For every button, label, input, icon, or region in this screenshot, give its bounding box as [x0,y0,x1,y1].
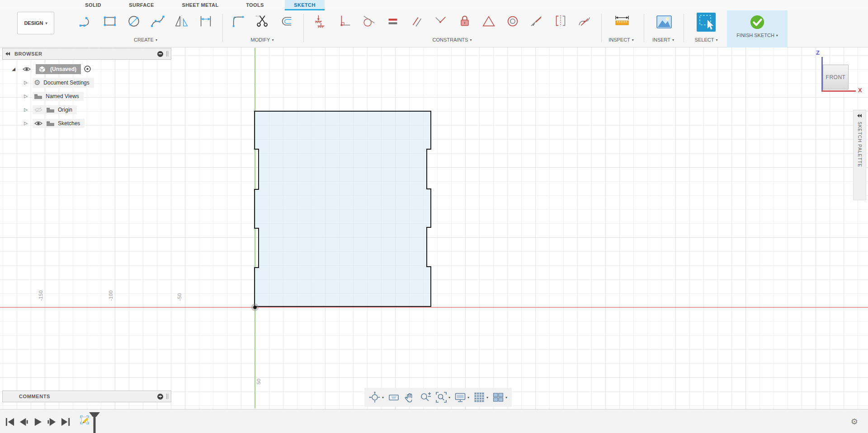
tangent-constraint-button[interactable] [361,13,377,29]
document-name: (Unsaved) [50,66,76,72]
circle-icon [126,14,142,29]
collapse-all-icon[interactable] [157,51,163,57]
line-tool-button[interactable] [78,13,94,29]
section-divider [601,14,602,42]
tab-sketch[interactable]: SKETCH [285,0,325,10]
modify-section-label[interactable]: MODIFY▾ [244,36,280,43]
finish-sketch-button[interactable] [750,14,765,30]
symmetry-constraint-button[interactable] [552,13,569,29]
spline-tool-button[interactable] [150,13,166,29]
fit-button[interactable]: ▾ [435,391,450,403]
browser-item-sketches[interactable]: ▷ Sketches [2,117,171,130]
pan-button[interactable] [404,391,415,403]
collinear-constraint-button[interactable] [528,13,545,29]
visibility-eye-off-icon[interactable] [34,107,43,113]
rectangle-tool-button[interactable] [102,13,118,29]
grid-icon [473,391,485,403]
step-back-button[interactable] [19,417,29,427]
browser-root-row[interactable]: ◢ (Unsaved) [2,62,171,75]
expand-arrow-icon[interactable]: ▷ [23,94,29,99]
curvature-icon [577,14,592,29]
insert-image-button[interactable] [654,12,674,32]
dropdown-caret: ▾ [46,21,47,25]
grid-settings-button[interactable]: ▾ [473,391,488,403]
fix-constraint-button[interactable] [457,13,473,29]
browser-item-origin[interactable]: ▷ Origin [2,103,171,116]
folder-icon [46,107,55,113]
play-button[interactable] [33,417,43,427]
parallel-constraint-button[interactable] [409,13,425,29]
tab-solid[interactable]: SOLID [82,0,104,10]
orbit-icon [369,391,381,403]
viewports-button[interactable]: ▾ [492,391,507,403]
go-to-end-button[interactable] [61,417,71,427]
line-icon [78,14,94,29]
sketch-palette-tab[interactable]: SKETCH PALETTE [853,110,866,200]
view-cube[interactable]: FRONT Z X [814,49,867,97]
go-to-start-button[interactable] [5,417,15,427]
dropdown-caret: ▾ [272,38,274,42]
document-root-item[interactable]: (Unsaved) [36,64,81,74]
zoom-button[interactable] [420,391,431,403]
constraints-tool-group [313,13,593,29]
folder-icon [46,120,55,127]
perpendicular-icon [337,14,353,29]
insert-section-label[interactable]: INSERT▾ [645,36,681,43]
mirror-tool-button[interactable] [174,13,190,29]
midpoint-constraint-button[interactable] [481,13,497,29]
trim-tool-button[interactable] [255,13,271,29]
ribbon: DESIGN ▾ [0,10,868,47]
expand-arrow-icon[interactable]: ▷ [23,107,29,112]
browser-item-label: Named Views [46,93,79,99]
coincident-constraint-button[interactable] [433,13,449,29]
finish-sketch-label-row[interactable]: FINISH SKETCH ▾ [736,32,778,39]
look-at-button[interactable] [388,391,400,403]
sketch-dimension-tool-button[interactable] [198,13,214,29]
tab-surface[interactable]: SURFACE [128,0,155,10]
offset-tool-button[interactable] [278,13,295,29]
circle-tool-button[interactable] [126,13,142,29]
inspect-section-label[interactable]: INSPECT▾ [603,36,639,43]
visibility-eye-icon[interactable] [22,66,31,72]
timeline-playback-controls [5,417,71,427]
comments-panel-header[interactable]: COMMENTS [2,391,171,402]
concentric-constraint-button[interactable] [505,13,521,29]
step-forward-button[interactable] [47,417,57,427]
fillet-tool-button[interactable] [231,13,247,29]
timeline-position-marker[interactable] [89,412,100,433]
orbit-button[interactable]: ▾ [369,391,384,403]
perpendicular-constraint-button[interactable] [337,13,353,29]
expand-panel-icon[interactable] [857,113,863,118]
create-section-label[interactable]: CREATE▾ [127,36,164,43]
curvature-constraint-button[interactable] [576,13,593,29]
panel-drag-handle[interactable] [166,394,168,399]
select-section-label[interactable]: SELECT▾ [688,36,724,43]
tab-sheet-metal[interactable]: SHEET METAL [180,0,221,10]
activate-component-icon[interactable] [84,65,91,73]
expand-arrow-icon[interactable]: ▷ [23,80,29,85]
visibility-eye-icon[interactable] [34,120,43,127]
add-comment-icon[interactable] [157,394,163,400]
constraints-section-label[interactable]: CONSTRAINTS▾ [429,36,476,43]
display-settings-button[interactable]: ▾ [454,391,469,403]
viewcube-front-face[interactable]: FRONT [823,65,849,89]
workspace-switcher-button[interactable]: DESIGN ▾ [17,12,54,34]
tangent-icon [361,14,377,29]
panel-drag-handle[interactable] [166,51,168,56]
equal-constraint-button[interactable] [385,13,401,29]
horizontal-vertical-constraint-button[interactable] [313,13,329,29]
browser-item-document-settings[interactable]: ▷ ⚙ Document Settings [2,76,171,89]
measure-tool-button[interactable] [612,12,632,32]
expand-arrow-icon[interactable]: ◢ [10,66,17,71]
browser-item-label: Origin [58,107,72,113]
collapse-panel-icon[interactable] [5,52,11,56]
select-icon [696,12,716,32]
expand-arrow-icon[interactable]: ▷ [23,121,29,126]
preferences-gear-icon[interactable]: ⚙ [851,417,858,427]
rectangle-icon [102,14,118,29]
fusion-app-window: -150 -100 -50 50 FRONT Z X SKETCH PALETT… [0,0,868,433]
browser-item-named-views[interactable]: ▷ Named Views [2,89,171,103]
finish-check-icon [750,14,765,30]
select-tool-button[interactable] [696,12,716,32]
tab-tools[interactable]: TOOLS [245,0,265,10]
